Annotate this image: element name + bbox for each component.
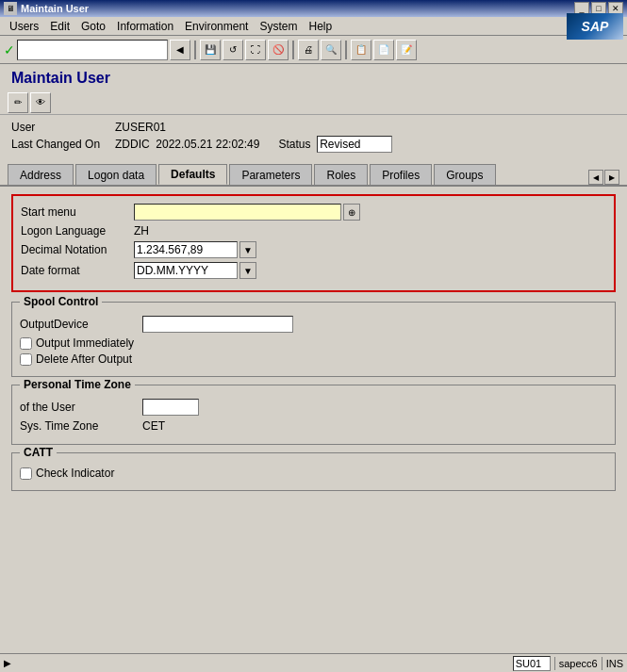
logon-lang-value: ZH (134, 224, 149, 238)
delete-after-label: Delete After Output (36, 352, 132, 366)
tab-next-btn[interactable]: ▶ (604, 170, 619, 185)
mode-value: INS (606, 658, 623, 669)
toolbar2: ✏ 👁 (0, 90, 627, 115)
nav-back-btn[interactable]: ◀ (170, 40, 190, 60)
title-bar: 🖥 Maintain User _ □ ✕ (0, 0, 627, 17)
edit-btn[interactable]: ✏ (8, 92, 28, 113)
check-indicator-row: Check Indicator (20, 467, 607, 480)
sys-tz-label: Sys. Time Zone (20, 419, 142, 433)
toolbar-sep-2 (292, 41, 294, 59)
menu-information[interactable]: Information (111, 18, 179, 35)
of-user-label: of the User (20, 401, 142, 414)
start-menu-btn[interactable]: ⊕ (343, 204, 360, 221)
date-format-label: Date format (21, 264, 134, 277)
of-user-row: of the User (20, 399, 607, 416)
catt-title: CATT (20, 446, 57, 459)
tab-roles[interactable]: Roles (314, 164, 368, 185)
menu-system[interactable]: System (254, 18, 303, 35)
user-row: User ZUSER01 (11, 121, 616, 134)
sys-tz-value: CET (142, 419, 165, 433)
start-menu-label: Start menu (21, 205, 134, 219)
changed-by: ZDDIC (115, 138, 150, 151)
toolbar-sep-3 (345, 41, 347, 59)
title-bar-title: Maintain User (21, 3, 89, 14)
menu-help[interactable]: Help (303, 18, 338, 35)
stop-btn[interactable]: 🚫 (268, 40, 289, 60)
changed-label: Last Changed On (11, 138, 115, 151)
sys-tz-row: Sys. Time Zone CET (20, 419, 607, 433)
changed-row: Last Changed On ZDDIC 2022.05.21 22:02:4… (11, 136, 616, 153)
find-btn[interactable]: 🔍 (321, 40, 341, 60)
tab-prev-btn[interactable]: ◀ (588, 170, 603, 185)
display-btn[interactable]: 👁 (30, 92, 51, 113)
decimal-btn[interactable]: ▼ (239, 241, 256, 258)
decimal-input[interactable] (134, 241, 238, 258)
tab-address[interactable]: Address (8, 164, 74, 185)
status-label: Status (278, 138, 310, 151)
logon-lang-row: Logon Language ZH (21, 224, 606, 238)
app-icon: 🖥 (4, 2, 17, 15)
tabs-container: Address Logon data Defaults Parameters R… (0, 160, 627, 185)
nav-btn[interactable]: ⛶ (245, 40, 266, 60)
tab-logon-data[interactable]: Logon data (75, 164, 157, 185)
status-bar: ▶ SU01 sapecc6 INS (0, 653, 627, 672)
toolbar: ✓ ◀ 💾 ↺ ⛶ 🚫 🖨 🔍 📋 📄 📝 (0, 36, 627, 64)
menu-environment[interactable]: Environment (179, 18, 254, 35)
output-device-input[interactable] (142, 316, 293, 333)
delete-after-checkbox[interactable] (20, 353, 32, 366)
delete-after-row: Delete After Output (20, 352, 607, 366)
date-format-input[interactable] (134, 262, 238, 279)
menu-goto[interactable]: Goto (75, 18, 111, 35)
command-input[interactable] (17, 40, 168, 60)
print-btn[interactable]: 🖨 (298, 40, 319, 60)
user-info-section: User ZUSER01 Last Changed On ZDDIC 2022.… (0, 115, 627, 160)
status-bar-right: SU01 sapecc6 INS (513, 656, 623, 671)
of-user-input[interactable] (142, 399, 199, 416)
app2-btn[interactable]: 📄 (373, 40, 394, 60)
menu-edit[interactable]: Edit (44, 18, 75, 35)
main-content: Start menu ⊕ Logon Language ZH Decimal N… (0, 185, 627, 506)
output-immediately-row: Output Immediately (20, 336, 607, 350)
page-title: Maintain User (11, 70, 616, 87)
app1-btn[interactable]: 📋 (351, 40, 371, 60)
tab-defaults[interactable]: Defaults (158, 164, 227, 185)
output-device-row: OutputDevice (20, 316, 607, 333)
decimal-label: Decimal Notation (21, 243, 134, 256)
start-menu-input[interactable] (134, 204, 341, 221)
app3-btn[interactable]: 📝 (396, 40, 417, 60)
status-input[interactable] (317, 136, 392, 153)
output-device-label: OutputDevice (20, 318, 142, 331)
refresh-btn[interactable]: ↺ (223, 40, 243, 60)
user-value: ZUSER01 (115, 121, 166, 134)
timezone-title: Personal Time Zone (20, 378, 135, 391)
start-menu-row: Start menu ⊕ (21, 204, 606, 221)
changed-time: 22:02:49 (216, 138, 260, 151)
status-sep-2 (602, 657, 602, 670)
spool-control-group: Spool Control OutputDevice Output Immedi… (11, 302, 616, 377)
tab-groups[interactable]: Groups (434, 164, 495, 185)
date-format-btn[interactable]: ▼ (239, 262, 256, 279)
changed-date: 2022.05.21 (156, 138, 212, 151)
logon-lang-label: Logon Language (21, 224, 134, 238)
output-immediately-checkbox[interactable] (20, 337, 32, 350)
system-field: SU01 (513, 656, 551, 671)
toolbar-sep-1 (194, 41, 196, 59)
status-arrow: ▶ (4, 658, 11, 668)
date-format-row: Date format ▼ (21, 262, 606, 279)
status-sep-1 (554, 657, 555, 670)
menu-users[interactable]: Users (4, 18, 44, 35)
save-btn[interactable]: 💾 (200, 40, 221, 60)
page-header: Maintain User (0, 64, 627, 90)
sap-logo: SAP (567, 13, 623, 40)
decimal-row: Decimal Notation ▼ (21, 241, 606, 258)
check-icon: ✓ (4, 42, 15, 57)
check-indicator-checkbox[interactable] (20, 467, 32, 480)
catt-group: CATT Check Indicator (11, 452, 616, 491)
defaults-highlight-section: Start menu ⊕ Logon Language ZH Decimal N… (11, 194, 616, 292)
tab-parameters[interactable]: Parameters (229, 164, 312, 185)
timezone-group: Personal Time Zone of the User Sys. Time… (11, 385, 616, 445)
menu-bar: Users Edit Goto Information Environment … (0, 17, 627, 36)
spool-control-title: Spool Control (20, 295, 102, 308)
check-indicator-label: Check Indicator (36, 467, 114, 480)
tab-profiles[interactable]: Profiles (370, 164, 432, 185)
